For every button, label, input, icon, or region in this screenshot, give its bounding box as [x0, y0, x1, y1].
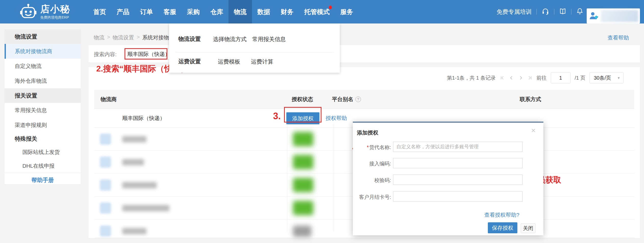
- nav-item-orders[interactable]: 订单: [135, 0, 158, 23]
- field-label-forwarder-name: *货代名称:: [353, 144, 391, 151]
- nav-item-warehouse[interactable]: 仓库: [205, 0, 229, 23]
- dropdown-group-logistics-settings: 物流设置: [178, 35, 201, 43]
- view-help-link[interactable]: 查看帮助: [608, 34, 629, 41]
- menu-item-freight-calculation[interactable]: 运费计算: [251, 58, 273, 66]
- field-label-check-code: 校验码:: [353, 177, 391, 184]
- provider-name-blurred: [122, 136, 146, 142]
- page-size-select[interactable]: 30条/页 ▼: [589, 72, 624, 83]
- authorization-help-link[interactable]: 授权帮助: [326, 109, 347, 128]
- divider: [554, 9, 554, 15]
- table-header: 物流商 授权状态 平台别名? 联系方式: [94, 90, 634, 109]
- first-page-icon[interactable]: [500, 75, 505, 80]
- forwarder-name-input[interactable]: [393, 142, 522, 152]
- logistics-dropdown-menu: 物流设置 选择物流方式 常用报关信息 运费设置 运费模板 运费计算: [169, 23, 340, 73]
- bell-icon[interactable]: [576, 8, 583, 16]
- column-auth-status: 授权状态: [292, 90, 313, 109]
- menu-item-choose-logistics-method[interactable]: 选择物流方式: [213, 35, 247, 43]
- provider-logo-blurred: [100, 179, 111, 191]
- total-pages-label: /1 页: [575, 75, 585, 81]
- auth-status-badge-blurred: [293, 201, 313, 215]
- app-logo[interactable]: 店小秘 免费跨境电商ERP: [20, 3, 70, 21]
- sidebar-header-customs-settings: 报关设置: [5, 88, 81, 103]
- required-mark: *: [367, 144, 369, 150]
- search-label: 搜索内容:: [94, 51, 117, 58]
- column-provider: 物流商: [101, 90, 117, 109]
- top-navbar: 店小秘 免费跨境电商ERP 首页 产品 订单 客服 采购 仓库 物流 数据 财务…: [0, 0, 644, 23]
- nav-item-hosting-mode[interactable]: 托管模式: [299, 0, 335, 23]
- divider: [571, 9, 571, 15]
- user-name-blurred: [601, 10, 638, 22]
- user-avatar-icon: [589, 10, 599, 22]
- free-training-link[interactable]: 免费专属培训: [497, 8, 532, 16]
- nav-item-purchase[interactable]: 采购: [182, 0, 205, 23]
- monthly-card-input[interactable]: [393, 191, 522, 202]
- settings-sidebar: 物流设置 系统对接物流商 自定义物流 海外仓库物流 报关设置 常用报关信息 渠道…: [5, 29, 81, 184]
- breadcrumb-logistics[interactable]: 物流: [94, 34, 104, 41]
- nav-item-logistics[interactable]: 物流: [229, 0, 252, 23]
- provider-name: 顺丰国际（快递）: [122, 109, 165, 128]
- headset-icon[interactable]: [542, 7, 549, 16]
- help-circle-icon[interactable]: ?: [355, 96, 361, 102]
- nav-item-home[interactable]: 首页: [88, 0, 111, 23]
- provider-logo-blurred: [100, 202, 111, 214]
- provider-name-blurred: [122, 205, 169, 211]
- provider-name-blurred: [122, 182, 157, 188]
- save-authorization-button[interactable]: 保存授权: [488, 222, 517, 233]
- sidebar-header-special-customs: 特殊报关: [5, 132, 81, 145]
- divider: [536, 9, 537, 15]
- column-platform-alias: 平台别名?: [332, 90, 361, 109]
- divider: [175, 52, 334, 53]
- add-authorization-button[interactable]: 添加授权: [286, 112, 319, 124]
- access-code-input[interactable]: [393, 158, 522, 168]
- field-label-monthly-card: 客户月结卡号:: [353, 194, 391, 201]
- provider-logo-blurred: [100, 156, 111, 168]
- provider-name-blurred: [122, 159, 144, 165]
- sidebar-help-manual-link[interactable]: 帮助手册: [5, 173, 81, 187]
- provider-logo-blurred: [100, 133, 111, 145]
- user-account-card[interactable]: [587, 8, 640, 23]
- column-divider: [334, 124, 334, 231]
- nav-item-data[interactable]: 数据: [252, 0, 275, 23]
- goto-label: 前往: [536, 75, 547, 81]
- breadcrumb-separator: >: [137, 34, 140, 41]
- field-label-access-code: 接入编码:: [353, 160, 391, 167]
- modal-title: 添加授权: [357, 129, 378, 136]
- nav-item-service[interactable]: 客服: [158, 0, 182, 23]
- sidebar-item-intl-station-shipping[interactable]: 国际站线上发货: [5, 145, 81, 159]
- nav-item-services[interactable]: 服务: [335, 0, 358, 23]
- manual-book-icon[interactable]: [559, 8, 566, 16]
- nav-item-finance[interactable]: 财务: [275, 0, 299, 23]
- sidebar-item-dhl-online-declaration[interactable]: DHL在线申报: [5, 159, 81, 173]
- sidebar-header-logistics-settings: 物流设置: [5, 29, 81, 44]
- menu-item-common-customs-info[interactable]: 常用报关信息: [252, 35, 286, 43]
- nav-item-products[interactable]: 产品: [111, 0, 135, 23]
- auth-status-badge-blurred: [293, 132, 313, 146]
- provider-logo-blurred: [100, 225, 111, 237]
- breadcrumb-logistics-settings[interactable]: 物流设置: [113, 34, 134, 41]
- auth-status-badge-blurred: [293, 226, 311, 237]
- column-divider: [287, 124, 287, 231]
- notification-dot: [329, 6, 332, 9]
- sidebar-item-common-customs-info[interactable]: 常用报关信息: [5, 103, 81, 118]
- close-icon[interactable]: ×: [531, 127, 536, 134]
- last-page-icon[interactable]: [527, 75, 532, 80]
- sidebar-item-system-carriers[interactable]: 系统对接物流商: [5, 44, 81, 59]
- check-code-input[interactable]: [393, 175, 522, 185]
- view-auth-help-link[interactable]: 查看授权帮助?: [484, 211, 519, 218]
- provider-name-blurred: [122, 228, 146, 234]
- prev-page-icon[interactable]: [509, 75, 514, 80]
- pagination: 第1-1条，共 1 条记录 前往 /1 页 30条/页 ▼: [447, 72, 624, 83]
- navbar-right-tools: 免费专属培训: [497, 0, 583, 23]
- pagination-summary: 第1-1条，共 1 条记录: [447, 75, 496, 81]
- logo-subtitle: 免费跨境电商ERP: [40, 15, 70, 20]
- menu-item-freight-template[interactable]: 运费模板: [218, 58, 240, 66]
- sidebar-item-channel-declaration[interactable]: 渠道申报规则: [5, 118, 81, 132]
- sidebar-item-overseas-warehouse[interactable]: 海外仓库物流: [5, 74, 81, 88]
- chevron-down-icon: ▼: [617, 76, 620, 80]
- close-modal-button[interactable]: 关闭: [521, 223, 535, 233]
- page-size-value: 30条/页: [594, 75, 611, 81]
- sidebar-item-custom-logistics[interactable]: 自定义物流: [5, 59, 81, 74]
- next-page-icon[interactable]: [518, 75, 523, 80]
- breadcrumb-separator: >: [107, 34, 110, 41]
- page-number-input[interactable]: [551, 72, 571, 83]
